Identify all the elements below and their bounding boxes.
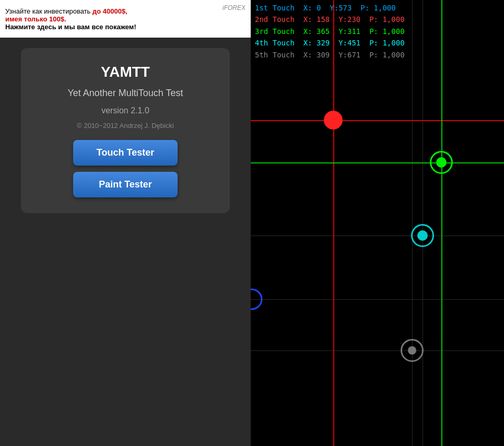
app-title: YAMTT <box>101 64 150 80</box>
touch-info-row-5: 5th Touch X: 309 Y:671 P: 1,000 <box>255 49 405 61</box>
app-subtitle: Yet Another MultiTouch Test <box>67 87 183 100</box>
grid-line-h <box>251 299 504 300</box>
ad-banner[interactable]: iFOREX Узнайте как инвестировать до 4000… <box>0 0 251 38</box>
paint-tester-button[interactable]: Paint Tester <box>73 172 178 197</box>
touch-info-row-3: 3rd Touch X: 365 Y:311 P: 1,000 <box>255 26 405 37</box>
grid-line-v <box>412 0 413 446</box>
touch-circle-1-outer <box>251 288 263 311</box>
ad-line1: Узнайте как инвестировать до 40000$, <box>5 7 245 15</box>
grid-line-h <box>251 236 504 236</box>
touch-tester-button[interactable]: Touch Tester <box>73 140 178 166</box>
grid-line-v <box>423 0 423 446</box>
ad-highlight: до 40000$, <box>92 7 127 15</box>
app-copyright: © 2010−2012 Andrzej J. Dębicki <box>77 122 174 130</box>
touch-info-row-2: 2nd Touch X: 158 Y:230 P: 1,000 <box>255 14 405 25</box>
touch-tester-panel: 1st Touch X: 0 Y:573 P: 1,0002nd Touch X… <box>251 0 504 446</box>
ad-line3: Нажмите здесь и мы вам все покажем! <box>5 23 245 31</box>
touch-info-row-1: 1st Touch X: 0 Y:573 P: 1,000 <box>255 2 405 14</box>
app-card: YAMTT Yet Another MultiTouch Test versio… <box>21 48 230 213</box>
ad-line2: имея только 100$. <box>5 15 245 23</box>
svg-point-0 <box>251 289 262 309</box>
grid-line-h <box>251 350 504 351</box>
touch-circle-5-inner <box>408 346 416 355</box>
touch-info-overlay: 1st Touch X: 0 Y:573 P: 1,0002nd Touch X… <box>251 0 409 63</box>
touch-circle-2-inner <box>330 116 337 124</box>
touch-circle-4-inner <box>417 230 428 241</box>
ad-prefix: Узнайте как инвестировать <box>5 7 92 15</box>
crosshair-green-v <box>441 0 442 446</box>
iforex-logo: iFOREX <box>222 4 245 11</box>
app-version: version 2.1.0 <box>101 106 149 115</box>
crosshair-green-h <box>251 162 504 163</box>
touch-info-row-4: 4th Touch X: 329 Y:451 P: 1,000 <box>255 37 405 49</box>
touch-circle-3-inner <box>436 157 447 168</box>
left-panel: iFOREX Узнайте как инвестировать до 4000… <box>0 0 251 446</box>
crosshair-red-h <box>251 120 504 121</box>
crosshair-red-v <box>333 0 334 446</box>
